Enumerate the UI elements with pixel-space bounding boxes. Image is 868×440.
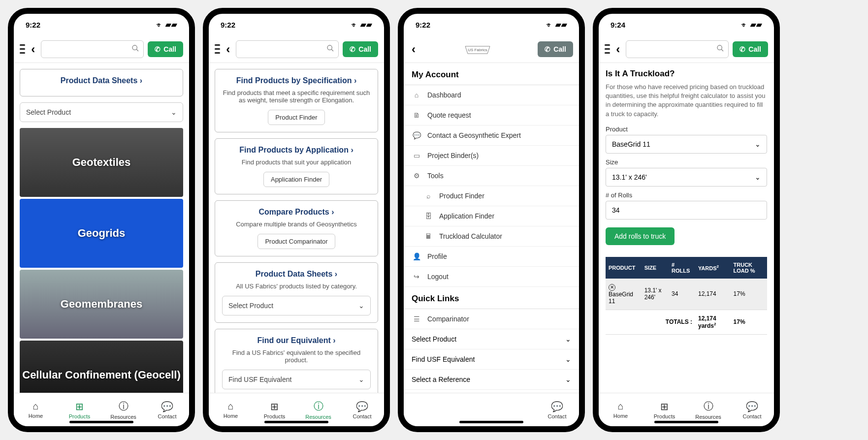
select-product-dropdown[interactable]: Select Product⌄ <box>222 296 371 315</box>
chevron-down-icon: ⌄ <box>358 376 364 383</box>
chevron-down-icon: ⌄ <box>565 355 571 363</box>
category-geogrids[interactable]: Geogrids <box>20 199 183 268</box>
category-geotextiles[interactable]: Geotextiles <box>20 128 183 197</box>
menu-comparinator[interactable]: ☰Comparinator <box>404 309 579 329</box>
battery-icon: ▰▰ <box>750 20 762 29</box>
search-input[interactable] <box>236 40 339 58</box>
search-icon[interactable] <box>131 44 139 54</box>
tab-contact[interactable]: 💬Contact <box>730 393 774 426</box>
tab-home[interactable]: ⌂Home <box>14 393 58 426</box>
tab-products[interactable]: ⊞Products <box>58 393 101 426</box>
app-header: ‹ ✆ Call <box>14 35 189 63</box>
product-label: Product <box>606 126 767 133</box>
tab-resources[interactable]: ⓘResources <box>686 393 730 426</box>
chat-icon: 💬 <box>746 401 758 412</box>
product-data-sheets-card: Product Data Sheets › <box>20 69 183 96</box>
menu-binder[interactable]: ▭Project Binder(s) <box>404 146 579 166</box>
menu-quote[interactable]: 🗎Quote request <box>404 105 579 126</box>
dropdown-select-product[interactable]: Select Product⌄ <box>404 329 579 349</box>
menu-icon[interactable] <box>20 42 25 56</box>
gear-icon: ⚙ <box>412 172 421 180</box>
card-title[interactable]: Find our Equivalent › <box>222 336 371 345</box>
menu-logout[interactable]: ↪Logout <box>404 267 579 287</box>
bottom-tabs: ⌂Home ⊞Products ⓘResources 💬Contact <box>209 393 384 426</box>
category-geocell[interactable]: Cellular Confinement (Geocell) <box>20 341 183 393</box>
page-desc: For those who have received pricing base… <box>606 83 767 119</box>
call-button[interactable]: ✆Call <box>733 41 768 57</box>
info-icon: ⓘ <box>704 400 713 413</box>
search-input[interactable] <box>626 40 729 58</box>
chevron-down-icon: ⌄ <box>755 140 761 148</box>
select-product-dropdown[interactable]: Select Product ⌄ <box>20 102 183 122</box>
size-select[interactable]: 13.1' x 246'⌄ <box>606 168 767 187</box>
menu-app-finder[interactable]: 🗄Application Finder <box>404 206 579 226</box>
tab-resources[interactable]: ⓘResources <box>101 393 145 426</box>
status-icons: ᯤ ▰▰ <box>156 20 177 29</box>
tab-contact[interactable]: 💬Contact <box>145 393 189 426</box>
phone-icon: ✆ <box>739 45 745 53</box>
card-title[interactable]: Product Data Sheets › <box>222 270 371 279</box>
back-button[interactable]: ‹ <box>614 42 622 56</box>
chat-icon: 💬 <box>551 401 563 412</box>
search-field[interactable] <box>45 45 131 53</box>
card-title[interactable]: Product Data Sheets › <box>27 76 176 85</box>
search-input[interactable] <box>41 40 144 58</box>
menu-icon[interactable] <box>605 42 610 56</box>
back-button[interactable]: ‹ <box>29 42 37 56</box>
comparinator-button[interactable]: Product Comparinator <box>257 234 335 249</box>
back-button[interactable]: ‹ <box>224 42 232 56</box>
tab-home[interactable]: ⌂Home <box>599 393 643 426</box>
status-bar: 9:22 ᯤ▰▰ <box>209 14 384 35</box>
equiv-card: Find our Equivalent › Find a US Fabrics'… <box>215 329 378 393</box>
grid-icon: ⊞ <box>660 401 669 412</box>
chat-icon: 💬 <box>356 401 368 412</box>
card-desc: Find a US Fabrics' equivalent to the spe… <box>222 349 371 364</box>
call-button[interactable]: ✆Call <box>343 41 378 57</box>
menu-content: My Account ⌂Dashboard 🗎Quote request 💬Co… <box>404 63 579 393</box>
tab-contact[interactable]: 💬Contact <box>535 393 579 426</box>
chevron-down-icon: ⌄ <box>358 302 364 310</box>
rolls-input[interactable]: 34 <box>606 201 767 220</box>
menu-truckload[interactable]: 🖩Truckload Calculator <box>404 226 579 247</box>
menu-tools[interactable]: ⚙Tools <box>404 166 579 186</box>
briefcase-icon: 🗄 <box>423 212 433 220</box>
card-desc: Find products that meet a specific requi… <box>222 89 371 104</box>
search-icon[interactable] <box>716 44 724 54</box>
add-rolls-button[interactable]: Add rolls to truck <box>606 227 675 245</box>
tab-products[interactable]: ⊞Products <box>643 393 686 426</box>
card-desc: Compare multiple brands of Geosynthetics <box>222 220 371 228</box>
cell-load: 17% <box>731 279 767 310</box>
search-field[interactable] <box>240 45 326 53</box>
menu-dashboard[interactable]: ⌂Dashboard <box>404 85 579 105</box>
search-icon[interactable] <box>326 44 334 54</box>
svg-line-3 <box>331 49 333 51</box>
search-field[interactable] <box>630 45 716 53</box>
menu-profile[interactable]: 👤Profile <box>404 247 579 267</box>
card-title[interactable]: Compare Products › <box>222 208 371 217</box>
back-button[interactable]: ‹ <box>410 42 418 56</box>
card-title[interactable]: Find Products by Specification › <box>222 76 371 85</box>
th-load: TRUCK LOAD % <box>731 257 767 279</box>
dropdown-find-equiv[interactable]: Find USF Equivalent⌄ <box>404 349 579 370</box>
application-finder-button[interactable]: Application Finder <box>263 172 329 187</box>
table-row: ✕BaseGrid 11 13.1' x 246' 34 12,174 17% <box>606 279 767 310</box>
truckload-table: PRODUCT SIZE # ROLLS YARDS2 TRUCK LOAD %… <box>606 257 767 335</box>
tab-products[interactable]: ⊞Products <box>253 393 296 426</box>
menu-product-finder[interactable]: ⌕Product Finder <box>404 186 579 206</box>
card-title[interactable]: Find Products by Application › <box>222 146 371 155</box>
tab-resources[interactable]: ⓘResources <box>296 393 340 426</box>
product-select[interactable]: BaseGrid 11⌄ <box>606 135 767 154</box>
tab-home[interactable]: ⌂Home <box>209 393 253 426</box>
tab-contact[interactable]: 💬Contact <box>340 393 384 426</box>
call-button[interactable]: ✆Call <box>538 41 573 57</box>
size-label: Size <box>606 158 767 166</box>
remove-icon[interactable]: ✕ <box>609 284 615 291</box>
menu-icon[interactable] <box>215 42 220 56</box>
menu-expert[interactable]: 💬Contact a Geosynthetic Expert <box>404 126 579 146</box>
call-button[interactable]: ✆ Call <box>148 41 183 57</box>
category-geomembranes[interactable]: Geomembranes <box>20 270 183 339</box>
find-equiv-dropdown[interactable]: Find USF Equivalent⌄ <box>222 370 371 389</box>
svg-text:US Fabrics: US Fabrics <box>468 48 487 52</box>
dropdown-select-reference[interactable]: Select a Reference⌄ <box>404 370 579 390</box>
product-finder-button[interactable]: Product Finder <box>268 110 324 125</box>
